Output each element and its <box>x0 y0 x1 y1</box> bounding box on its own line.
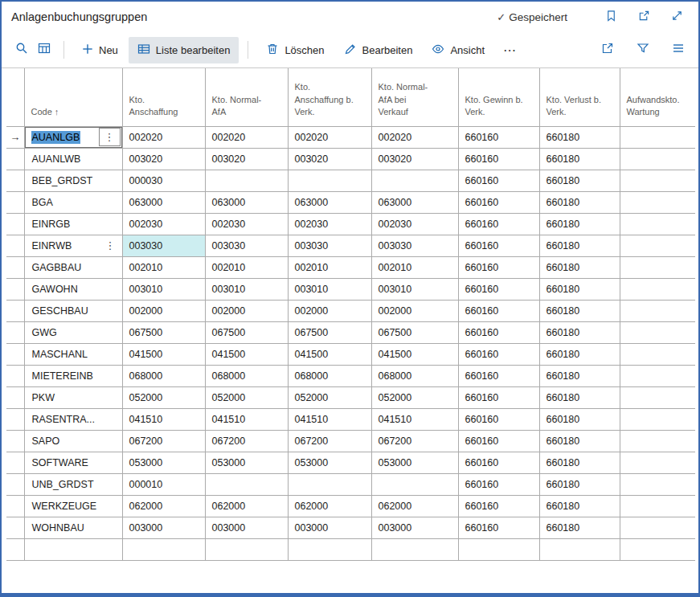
code-cell[interactable]: BGA <box>24 191 122 213</box>
cell-kto-anschaffung[interactable]: 068000 <box>122 365 205 386</box>
cell-kto-anschaffung-b-verk[interactable]: 067200 <box>288 430 371 452</box>
cell-kto-anschaffung-b-verk[interactable] <box>288 538 371 560</box>
cell-kto-normal-afa-bei-verkauf[interactable]: 003010 <box>371 278 458 300</box>
cell-kto-normal-afa[interactable]: 003020 <box>205 148 288 170</box>
code-cell[interactable]: AUANLGB⋮ <box>24 126 122 148</box>
code-cell[interactable]: MASCHANL <box>24 343 122 365</box>
cell-kto-anschaffung[interactable]: 002010 <box>122 256 205 278</box>
cell-kto-normal-afa-bei-verkauf[interactable]: 067200 <box>371 430 458 452</box>
cell-kto-gewinn-b-verk[interactable] <box>458 538 539 560</box>
cell-kto-verlust-b-verk[interactable]: 660180 <box>539 148 620 170</box>
cell-kto-gewinn-b-verk[interactable]: 660160 <box>458 495 539 517</box>
cell-aufwandskto-wartung[interactable] <box>620 365 695 386</box>
code-cell[interactable]: SAPO <box>24 430 122 452</box>
cell-aufwandskto-wartung[interactable] <box>620 517 695 538</box>
share-button[interactable] <box>597 39 618 61</box>
cell-kto-normal-afa[interactable]: 067500 <box>205 321 288 343</box>
cell-kto-anschaffung[interactable]: 063000 <box>122 191 205 213</box>
cell-kto-normal-afa-bei-verkauf[interactable]: 002030 <box>371 213 458 235</box>
row-selector-cell[interactable] <box>6 300 24 321</box>
cell-kto-verlust-b-verk[interactable] <box>539 538 620 560</box>
column-header-kto-normal-afa[interactable]: Kto. Normal- AfA <box>205 68 288 126</box>
column-header-kto-anschaffung-b-verk[interactable]: Kto. Anschaffung b. Verk. <box>288 68 371 126</box>
cell-aufwandskto-wartung[interactable] <box>620 473 695 495</box>
code-cell[interactable]: BEB_GRDST <box>24 170 122 191</box>
cell-kto-gewinn-b-verk[interactable]: 660160 <box>458 278 539 300</box>
cell-kto-anschaffung[interactable]: 003010 <box>122 278 205 300</box>
code-cell[interactable]: RASENTRA... <box>24 408 122 430</box>
row-selector-cell[interactable] <box>6 365 24 386</box>
cell-kto-verlust-b-verk[interactable]: 660180 <box>539 321 620 343</box>
cell-kto-anschaffung[interactable]: 062000 <box>122 495 205 517</box>
cell-kto-verlust-b-verk[interactable]: 660180 <box>539 235 620 256</box>
cell-kto-gewinn-b-verk[interactable]: 660160 <box>458 235 539 256</box>
cell-kto-normal-afa[interactable] <box>205 538 288 560</box>
cell-kto-normal-afa[interactable]: 003000 <box>205 517 288 538</box>
cell-kto-anschaffung-b-verk[interactable]: 068000 <box>288 365 371 386</box>
row-selector-cell[interactable] <box>6 408 24 430</box>
cell-kto-anschaffung[interactable]: 000030 <box>122 170 205 191</box>
cell-kto-normal-afa-bei-verkauf[interactable]: 052000 <box>371 386 458 408</box>
cell-kto-anschaffung-b-verk[interactable]: 063000 <box>288 191 371 213</box>
expand-button[interactable] <box>667 6 687 28</box>
cell-kto-anschaffung[interactable]: 067500 <box>122 321 205 343</box>
cell-kto-normal-afa[interactable]: 063000 <box>205 191 288 213</box>
code-cell[interactable]: WOHNBAU <box>24 517 122 538</box>
cell-kto-gewinn-b-verk[interactable]: 660160 <box>458 321 539 343</box>
cell-aufwandskto-wartung[interactable] <box>620 148 695 170</box>
code-cell[interactable]: GAWOHN <box>24 278 122 300</box>
cell-kto-anschaffung[interactable]: 000010 <box>122 473 205 495</box>
cell-kto-normal-afa-bei-verkauf[interactable]: 003000 <box>371 517 458 538</box>
cell-kto-normal-afa[interactable] <box>205 473 288 495</box>
cell-kto-normal-afa-bei-verkauf[interactable]: 041510 <box>371 408 458 430</box>
cell-kto-verlust-b-verk[interactable]: 660180 <box>539 473 620 495</box>
cell-aufwandskto-wartung[interactable] <box>620 386 695 408</box>
cell-aufwandskto-wartung[interactable] <box>620 126 695 148</box>
cell-kto-gewinn-b-verk[interactable]: 660160 <box>458 386 539 408</box>
cell-kto-anschaffung-b-verk[interactable]: 003020 <box>288 148 371 170</box>
filter-button[interactable] <box>632 39 653 61</box>
cell-kto-anschaffung[interactable]: 067200 <box>122 430 205 452</box>
cell-aufwandskto-wartung[interactable] <box>620 170 695 191</box>
code-cell[interactable]: GESCHBAU <box>24 300 122 321</box>
cell-kto-anschaffung[interactable]: 003030 <box>122 235 205 256</box>
code-cell[interactable]: AUANLWB <box>24 148 122 170</box>
cell-kto-verlust-b-verk[interactable]: 660180 <box>539 408 620 430</box>
cell-kto-normal-afa-bei-verkauf[interactable]: 067500 <box>371 321 458 343</box>
analyze-mode-button[interactable] <box>34 39 55 61</box>
cell-kto-anschaffung[interactable]: 041510 <box>122 408 205 430</box>
cell-kto-normal-afa[interactable]: 062000 <box>205 495 288 517</box>
code-cell[interactable]: EINRWB⋮ <box>24 235 122 256</box>
cell-kto-verlust-b-verk[interactable]: 660180 <box>539 365 620 386</box>
column-header-code[interactable]: Code↑ <box>24 68 122 126</box>
row-selector-cell[interactable] <box>6 343 24 365</box>
row-selector-cell[interactable] <box>6 430 24 452</box>
code-cell[interactable]: GAGBBAU <box>24 256 122 278</box>
search-button[interactable] <box>11 39 32 61</box>
cell-kto-normal-afa-bei-verkauf[interactable] <box>371 538 458 560</box>
code-cell[interactable]: MIETEREINB <box>24 365 122 386</box>
cell-kto-gewinn-b-verk[interactable]: 660160 <box>458 256 539 278</box>
cell-kto-anschaffung[interactable]: 002000 <box>122 300 205 321</box>
column-header-kto-verlust-b-verk[interactable]: Kto. Verlust b. Verk. <box>539 68 620 126</box>
cell-kto-verlust-b-verk[interactable]: 660180 <box>539 300 620 321</box>
cell-kto-gewinn-b-verk[interactable]: 660160 <box>458 300 539 321</box>
cell-aufwandskto-wartung[interactable] <box>620 278 695 300</box>
cell-kto-gewinn-b-verk[interactable]: 660160 <box>458 473 539 495</box>
view-button[interactable]: Ansicht <box>423 37 493 63</box>
cell-kto-anschaffung-b-verk[interactable]: 003030 <box>288 235 371 256</box>
cell-kto-gewinn-b-verk[interactable]: 660160 <box>458 365 539 386</box>
cell-kto-normal-afa[interactable]: 052000 <box>205 386 288 408</box>
row-selector-cell[interactable] <box>6 278 24 300</box>
cell-kto-verlust-b-verk[interactable]: 660180 <box>539 170 620 191</box>
row-selector-cell[interactable] <box>6 386 24 408</box>
edit-list-button[interactable]: Liste bearbeiten <box>129 37 239 63</box>
cell-kto-verlust-b-verk[interactable]: 660180 <box>539 495 620 517</box>
cell-kto-gewinn-b-verk[interactable]: 660160 <box>458 170 539 191</box>
cell-kto-normal-afa-bei-verkauf[interactable]: 063000 <box>371 191 458 213</box>
row-menu-button[interactable]: ⋮ <box>100 237 121 254</box>
cell-kto-normal-afa[interactable]: 068000 <box>205 365 288 386</box>
cell-kto-verlust-b-verk[interactable]: 660180 <box>539 191 620 213</box>
cell-kto-anschaffung[interactable]: 053000 <box>122 452 205 473</box>
cell-kto-gewinn-b-verk[interactable]: 660160 <box>458 408 539 430</box>
